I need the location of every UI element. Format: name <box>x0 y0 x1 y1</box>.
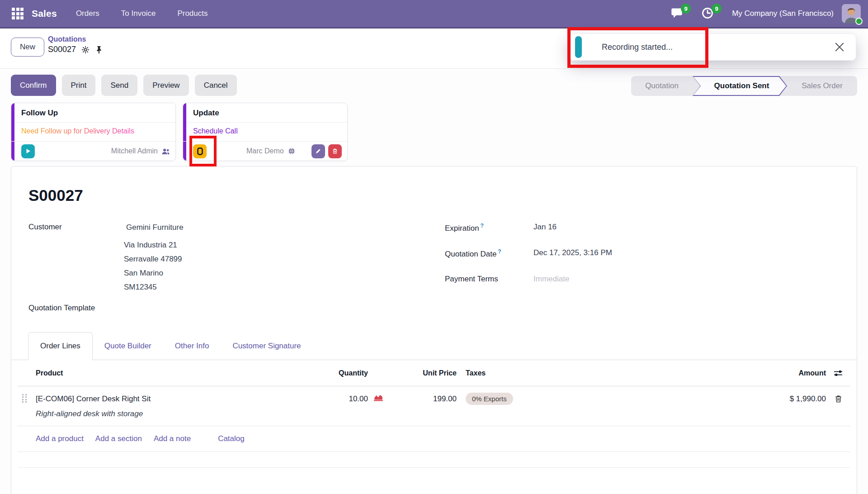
notebook-tabs: Order Lines Quote Builder Other Info Cus… <box>11 332 857 360</box>
add-a-product-link[interactable]: Add a product <box>36 434 84 443</box>
breadcrumb-current: S00027 <box>48 45 76 54</box>
breadcrumb: Quotations S00027 <box>48 35 103 54</box>
status-step-sales-order[interactable]: Sales Order <box>787 81 857 90</box>
column-product: Product <box>36 369 318 377</box>
toast-accent-bar <box>575 36 582 58</box>
activities-badge: 9 <box>712 4 722 14</box>
quotation-template-label: Quotation Template <box>28 304 95 313</box>
table-footer-links: Add a product Add a section Add a note C… <box>18 426 850 452</box>
tax-badge[interactable]: 0% Exports <box>466 393 513 405</box>
tab-quote-builder[interactable]: Quote Builder <box>93 332 163 360</box>
globe-icon <box>288 147 296 155</box>
catalog-link[interactable]: Catalog <box>218 434 245 443</box>
mark-done-button[interactable] <box>21 144 35 158</box>
status-step-quotation[interactable]: Quotation <box>631 81 693 90</box>
tab-order-lines[interactable]: Order Lines <box>28 332 93 360</box>
expiration-field[interactable]: Jan 16 <box>533 223 557 233</box>
drag-handle[interactable] <box>22 394 28 404</box>
toast-notification: Recording started... <box>569 33 856 61</box>
product-description[interactable]: Right-aligned desk with storage <box>36 405 318 426</box>
activities-icon[interactable]: 9 <box>701 7 715 20</box>
tab-customer-signature[interactable]: Customer Signature <box>221 332 312 360</box>
schedule-call-link[interactable]: Schedule Call <box>193 127 347 135</box>
column-quantity: Quantity <box>318 369 368 377</box>
online-status-dot <box>855 18 863 25</box>
assignee-name: Marc Demo <box>246 147 284 155</box>
quotation-date-field[interactable]: Dec 17, 2025, 3:16 PM <box>533 248 612 259</box>
messages-icon[interactable]: 9 <box>670 7 684 20</box>
edit-activity-button[interactable] <box>311 144 325 158</box>
pencil-icon <box>315 148 321 154</box>
play-icon <box>25 148 31 154</box>
order-line-row: [E-COM06] Corner Desk Right Sit 10.00 19… <box>18 386 850 405</box>
activity-title: Update <box>193 109 347 118</box>
tab-other-info[interactable]: Other Info <box>163 332 221 360</box>
customer-label: Customer <box>28 223 62 232</box>
order-reference: S00027 <box>28 186 83 204</box>
trash-icon <box>332 148 338 154</box>
expiration-label: Expiration? <box>445 223 533 233</box>
record-icon <box>197 147 203 155</box>
preview-button[interactable]: Preview <box>143 75 189 96</box>
activity-card-update: Update Schedule Call Marc Demo <box>183 103 348 161</box>
status-step-quotation-sent[interactable]: Quotation Sent <box>693 76 787 96</box>
company-switcher[interactable]: My Company (San Francisco) <box>732 9 834 18</box>
customer-name-field[interactable]: Gemini Furniture <box>126 223 184 232</box>
optional-columns-icon[interactable] <box>826 370 850 377</box>
activity-card-follow-up: Follow Up Need Follow up for Delivery De… <box>11 103 176 161</box>
customer-address[interactable]: Via Industria 21 Serravalle 47899 San Ma… <box>124 238 182 294</box>
column-taxes: Taxes <box>457 369 637 377</box>
quotation-date-label: Quotation Date? <box>445 248 533 259</box>
action-buttons: Confirm Print Send Preview Cancel <box>11 75 237 96</box>
gear-icon[interactable] <box>81 46 90 54</box>
activity-summary[interactable]: Need Follow up for Delivery Details <box>21 127 175 135</box>
confirm-button[interactable]: Confirm <box>11 75 56 96</box>
nav-item-to-invoice[interactable]: To Invoice <box>121 9 156 18</box>
activity-title: Follow Up <box>21 109 175 118</box>
order-lines-table: Product Quantity Unit Price Taxes Amount <box>11 360 857 468</box>
user-avatar[interactable] <box>842 4 861 23</box>
app-name[interactable]: Sales <box>32 8 57 19</box>
screen: Sales Orders To Invoice Products 9 9 My … <box>0 0 868 494</box>
pin-icon[interactable] <box>95 46 103 54</box>
form-sheet: S00027 Customer Gemini Furniture Via Ind… <box>11 166 857 494</box>
new-button[interactable]: New <box>11 38 44 57</box>
empty-row <box>18 452 850 468</box>
print-button[interactable]: Print <box>62 75 96 96</box>
unit-price-cell[interactable]: 199.00 <box>393 394 457 404</box>
help-icon[interactable]: ? <box>481 223 484 229</box>
toast-message: Recording started... <box>602 43 673 52</box>
delete-line-icon[interactable] <box>826 394 850 403</box>
delete-activity-button[interactable] <box>328 144 342 158</box>
payment-terms-label: Payment Terms <box>445 275 533 284</box>
statusbar: Quotation Quotation Sent Sales Order <box>631 76 857 96</box>
column-amount: Amount <box>637 369 826 377</box>
quantity-cell[interactable]: 10.00 <box>318 394 368 404</box>
payment-terms-field[interactable]: Immediate <box>533 275 569 284</box>
column-unit-price: Unit Price <box>393 369 457 377</box>
add-a-note-link[interactable]: Add a note <box>154 434 191 443</box>
apps-menu-icon[interactable] <box>12 8 24 19</box>
cancel-button[interactable]: Cancel <box>195 75 237 96</box>
group-icon <box>161 147 170 155</box>
forecast-chart-icon[interactable] <box>373 394 393 404</box>
record-button[interactable] <box>193 144 207 158</box>
add-a-section-link[interactable]: Add a section <box>95 434 142 443</box>
top-navbar: Sales Orders To Invoice Products 9 9 My … <box>0 0 868 28</box>
product-cell[interactable]: [E-COM06] Corner Desk Right Sit <box>36 394 318 404</box>
assignee-name: Mitchell Admin <box>111 147 158 155</box>
help-icon[interactable]: ? <box>498 248 501 255</box>
nav-item-products[interactable]: Products <box>177 9 208 18</box>
amount-cell: $ 1,990.00 <box>790 394 826 404</box>
toast-close-icon[interactable] <box>833 41 846 53</box>
nav-item-orders[interactable]: Orders <box>76 9 99 18</box>
breadcrumb-quotations-link[interactable]: Quotations <box>48 35 103 43</box>
send-button[interactable]: Send <box>101 75 137 96</box>
messages-badge: 9 <box>681 4 691 14</box>
